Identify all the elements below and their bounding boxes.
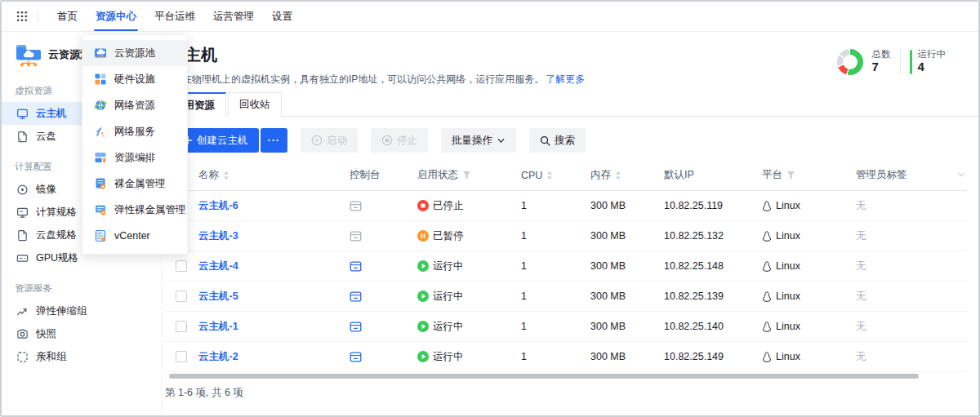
admin-tag-value: 无	[856, 350, 866, 364]
main-content: 云主机 运行在物理机上的虚拟机实例，具有独立的IP地址，可以访问公共网络，运行应…	[163, 32, 978, 415]
memory-value: 300 MB	[590, 260, 626, 272]
column-header-console: 控制台	[350, 168, 417, 182]
vcenter-icon	[94, 229, 107, 242]
vm-name-link[interactable]: 云主机-4	[198, 260, 238, 273]
menu-item-label: 资源编排	[114, 151, 155, 165]
platform-value: Linux	[776, 321, 800, 332]
header-more-icon[interactable]	[957, 171, 965, 179]
chevron-down-icon	[497, 136, 506, 145]
sidebar-item-label: 计算规格	[36, 206, 77, 220]
nav-item-home[interactable]: 首页	[48, 2, 87, 31]
table-row: 云主机-6已停止1300 MB10.82.25.119Linux无	[163, 191, 967, 221]
column-label: 管理员标签	[856, 168, 907, 182]
vm-stats: 总数 7 运行中 4	[837, 48, 947, 75]
column-header-mem[interactable]: 内存	[590, 168, 664, 182]
vm-name-link[interactable]: 云主机-5	[198, 290, 238, 304]
table-row: 云主机-1运行中1300 MB10.82.25.140Linux无	[163, 312, 967, 342]
start-label: 启动	[327, 134, 347, 148]
menu-item-hardware[interactable]: 硬件设施	[82, 66, 187, 92]
row-checkbox[interactable]	[176, 260, 187, 272]
nav-item-settings[interactable]: 设置	[263, 2, 301, 31]
row-checkbox[interactable]	[176, 351, 187, 362]
sidebar-section-label: 资源服务	[2, 281, 161, 295]
sidebar-item-scaling-group[interactable]: 弹性伸缩组	[2, 299, 161, 322]
status-running-icon	[417, 321, 429, 332]
row-checkbox[interactable]	[176, 291, 187, 302]
column-header-tag: 管理员标签	[856, 168, 967, 182]
console-icon[interactable]	[350, 351, 362, 363]
menu-item-network-resource[interactable]: 网络资源	[82, 92, 187, 118]
console-icon[interactable]	[350, 260, 362, 273]
status-text: 已暂停	[433, 229, 464, 243]
network-service-icon	[94, 125, 107, 138]
menu-item-network-service[interactable]: 网络服务	[82, 118, 187, 144]
search-button[interactable]: 搜索	[529, 128, 586, 153]
network-resource-icon	[94, 99, 107, 112]
column-header-name[interactable]: 名称	[198, 168, 350, 182]
learn-more-link[interactable]: 了解更多	[546, 73, 585, 85]
image-icon	[16, 184, 29, 196]
more-actions-button[interactable]: ···	[261, 128, 288, 153]
menu-item-vcenter[interactable]: vCenter	[82, 223, 187, 249]
app-grid-icon[interactable]	[16, 11, 28, 22]
vm-name-link[interactable]: 云主机-2	[198, 350, 238, 364]
column-header-cpu[interactable]: CPU	[521, 170, 590, 181]
vm-name-link[interactable]: 云主机-6	[198, 199, 238, 213]
stop-button[interactable]: 停止	[371, 128, 428, 153]
stat-running-label: 运行中	[918, 48, 947, 60]
admin-tag-value: 无	[856, 199, 866, 213]
vm-name-link[interactable]: 云主机-1	[198, 320, 238, 334]
play-circle-icon	[311, 135, 323, 146]
menu-item-baremetal[interactable]: 裸金属管理	[82, 171, 187, 197]
sidebar-item-label: 镜像	[36, 183, 56, 197]
menu-item-cloud-pool[interactable]: 云资源池	[82, 40, 187, 66]
resource-center-dropdown: 云资源池硬件设施网络资源网络服务资源编排裸金属管理弹性裸金属管理vCenter	[82, 34, 188, 255]
sidebar-item-snapshot[interactable]: 快照	[2, 322, 161, 345]
column-label: 控制台	[350, 168, 381, 182]
start-button[interactable]: 启动	[301, 128, 358, 153]
hardware-icon	[94, 73, 107, 86]
tab-recycle-bin[interactable]: 回收站	[228, 92, 282, 117]
admin-tag-value: 无	[856, 260, 866, 273]
sidebar-item-label: 云主机	[36, 107, 67, 121]
platform-value: Linux	[776, 351, 800, 362]
console-icon	[350, 230, 362, 242]
memory-value: 300 MB	[590, 351, 626, 362]
stat-total-value: 7	[872, 60, 891, 75]
tab-label: 回收站	[239, 98, 270, 112]
default-ip: 10.82.25.140	[664, 321, 724, 332]
table-row: 云主机-4运行中1300 MB10.82.25.148Linux无	[163, 251, 967, 282]
create-vm-label: 创建云主机	[197, 134, 248, 148]
nav-item-resource-center[interactable]: 资源中心	[87, 2, 145, 31]
batch-actions-button[interactable]: 批量操作	[441, 128, 516, 153]
table-row: 云主机-5运行中1300 MB10.82.25.139Linux无	[163, 282, 967, 312]
status-text: 运行中	[433, 260, 464, 273]
menu-item-label: 网络资源	[114, 99, 155, 113]
status-running-icon	[417, 351, 429, 362]
vm-name-link[interactable]: 云主机-3	[198, 229, 238, 243]
affinity-icon	[16, 351, 29, 363]
cpu-value: 1	[521, 230, 527, 242]
console-icon[interactable]	[350, 321, 362, 333]
horizontal-scrollbar-thumb[interactable]	[169, 374, 919, 379]
nav-item-operation-mgmt[interactable]: 运营管理	[204, 2, 263, 31]
platform-value: Linux	[776, 230, 800, 242]
row-checkbox[interactable]	[176, 321, 187, 332]
linux-icon	[762, 261, 772, 272]
status-donut-chart	[837, 49, 863, 75]
toolbar: 创建云主机 ··· 启动 停止 批量操作 搜索	[172, 128, 586, 153]
console-icon[interactable]	[350, 291, 362, 303]
menu-item-orchestration[interactable]: 资源编排	[82, 144, 187, 171]
column-header-platform[interactable]: 平台	[762, 168, 856, 182]
nav-item-platform-ops[interactable]: 平台运维	[145, 2, 204, 31]
menu-item-label: 硬件设施	[114, 73, 155, 87]
orchestration-icon	[94, 151, 107, 164]
sidebar-section: 资源服务弹性伸缩组快照亲和组	[2, 281, 161, 368]
menu-item-elastic-baremetal[interactable]: 弹性裸金属管理	[82, 197, 187, 223]
vm-table: 名称控制台启用状态CPU内存默认IP平台管理员标签 云主机-6已停止1300 M…	[163, 160, 967, 372]
stat-running-value: 4	[918, 60, 947, 75]
console-icon	[350, 200, 362, 212]
sidebar-item-affinity-group[interactable]: 亲和组	[2, 345, 161, 368]
column-header-status[interactable]: 启用状态	[417, 168, 521, 182]
menu-item-label: 网络服务	[114, 125, 155, 139]
